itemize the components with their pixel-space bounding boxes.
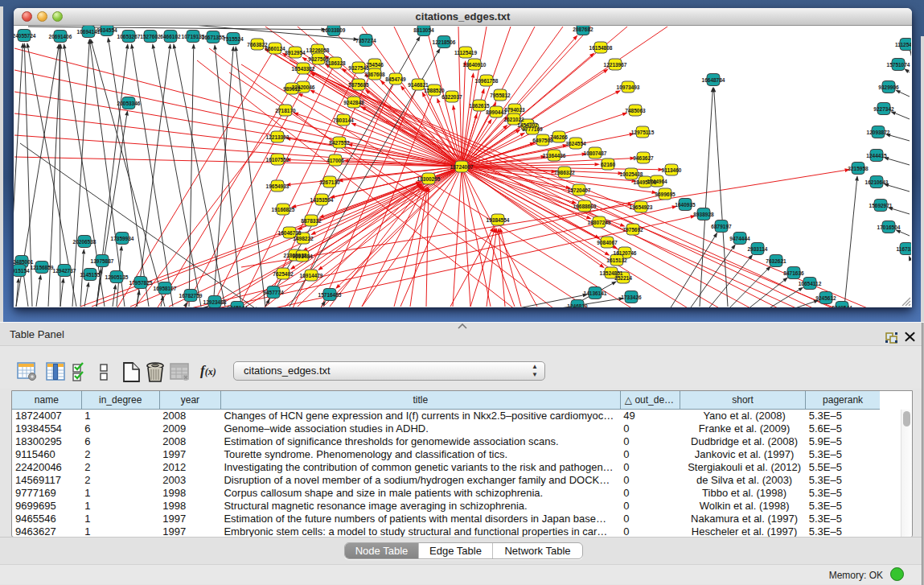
svg-text:7515524: 7515524 bbox=[223, 36, 244, 42]
svg-text:12942737: 12942737 bbox=[53, 268, 76, 274]
svg-text:16543382: 16543382 bbox=[292, 66, 315, 72]
svg-text:16671355: 16671355 bbox=[202, 35, 225, 40]
svg-text:14353594: 14353594 bbox=[310, 197, 334, 203]
svg-text:8471636: 8471636 bbox=[783, 270, 804, 276]
svg-text:754546: 754546 bbox=[366, 62, 384, 68]
svg-text:3267130: 3267130 bbox=[319, 179, 340, 185]
svg-text:1167332: 1167332 bbox=[897, 246, 911, 252]
svg-text:7975692: 7975692 bbox=[622, 227, 643, 233]
svg-text:2718170: 2718170 bbox=[275, 108, 296, 113]
svg-text:10973493: 10973493 bbox=[617, 84, 640, 90]
svg-text:8990443: 8990443 bbox=[486, 109, 507, 115]
svg-text:19654923: 19654923 bbox=[630, 204, 653, 210]
svg-text:9245612: 9245612 bbox=[815, 295, 836, 301]
svg-text:16958107: 16958107 bbox=[154, 286, 177, 291]
svg-text:6794023: 6794023 bbox=[504, 107, 525, 113]
svg-text:12213303: 12213303 bbox=[266, 134, 290, 140]
svg-text:9463627: 9463627 bbox=[633, 155, 654, 161]
svg-text:7485063: 7485063 bbox=[625, 108, 646, 113]
svg-text:18300295: 18300295 bbox=[417, 176, 441, 182]
svg-text:16648784: 16648784 bbox=[702, 77, 725, 83]
svg-text:20691406: 20691406 bbox=[49, 34, 72, 39]
svg-text:1640935: 1640935 bbox=[675, 202, 696, 208]
svg-text:7803144: 7803144 bbox=[333, 117, 354, 123]
svg-text:12923488: 12923488 bbox=[203, 299, 227, 305]
svg-text:8660124: 8660124 bbox=[265, 46, 285, 51]
svg-text:16107552: 16107552 bbox=[266, 157, 290, 163]
svg-text:10688609: 10688609 bbox=[573, 204, 597, 209]
svg-text:14136141: 14136141 bbox=[584, 290, 607, 296]
svg-text:15751074: 15751074 bbox=[887, 62, 910, 68]
svg-text:10961758: 10961758 bbox=[475, 78, 499, 84]
svg-text:12213967: 12213967 bbox=[604, 62, 627, 68]
svg-text:9242848: 9242848 bbox=[343, 100, 364, 105]
svg-text:989012: 989012 bbox=[283, 86, 301, 92]
svg-text:7986322: 7986322 bbox=[554, 170, 575, 175]
svg-text:17359934: 17359934 bbox=[111, 236, 134, 241]
svg-text:9146821: 9146821 bbox=[408, 82, 429, 88]
svg-text:10025438: 10025438 bbox=[620, 171, 643, 177]
svg-text:9457774: 9457774 bbox=[263, 290, 284, 295]
svg-text:1621022: 1621022 bbox=[503, 117, 524, 122]
svg-text:12905135: 12905135 bbox=[105, 274, 129, 280]
svg-text:24055724: 24055724 bbox=[14, 33, 36, 39]
svg-text:746266: 746266 bbox=[550, 134, 568, 140]
svg-text:9084067: 9084067 bbox=[597, 240, 618, 245]
svg-text:9113460: 9113460 bbox=[662, 167, 682, 173]
svg-text:16120746: 16120746 bbox=[614, 250, 637, 256]
svg-text:1244415: 1244415 bbox=[866, 153, 887, 159]
svg-text:12975115: 12975115 bbox=[631, 130, 655, 135]
svg-text:17016504: 17016504 bbox=[877, 225, 901, 230]
svg-text:1744964: 1744964 bbox=[647, 179, 667, 184]
svg-text:13640910: 13640910 bbox=[463, 62, 487, 68]
svg-text:15716485: 15716485 bbox=[318, 292, 342, 298]
svg-text:1527602: 1527602 bbox=[140, 34, 161, 39]
svg-text:9227342: 9227342 bbox=[873, 106, 894, 112]
svg-text:19384554: 19384554 bbox=[487, 217, 510, 223]
svg-text:2087682: 2087682 bbox=[573, 27, 593, 32]
svg-text:2933114: 2933114 bbox=[748, 246, 768, 252]
svg-text:16046738: 16046738 bbox=[278, 230, 302, 236]
svg-text:6322037: 6322037 bbox=[441, 94, 462, 100]
svg-text:9240544: 9240544 bbox=[832, 305, 852, 308]
svg-text:6879197: 6879197 bbox=[711, 224, 732, 229]
svg-text:2367608: 2367608 bbox=[364, 72, 385, 77]
svg-text:1362615: 1362615 bbox=[469, 103, 490, 109]
svg-text:12218506: 12218506 bbox=[433, 39, 456, 45]
svg-text:9634554: 9634554 bbox=[97, 27, 117, 33]
svg-text:8454749: 8454749 bbox=[385, 76, 406, 82]
svg-text:18807249: 18807249 bbox=[588, 220, 611, 225]
svg-text:10654112: 10654112 bbox=[799, 281, 822, 286]
svg-text:18724007: 18724007 bbox=[450, 164, 474, 170]
svg-text:8938928: 8938928 bbox=[693, 212, 714, 217]
svg-text:8813054: 8813054 bbox=[413, 27, 434, 33]
svg-text:13226058: 13226058 bbox=[306, 47, 330, 53]
svg-text:20053346: 20053346 bbox=[117, 101, 141, 106]
svg-text:417006: 417006 bbox=[326, 158, 344, 163]
svg-text:3624554: 3624554 bbox=[565, 141, 586, 146]
svg-text:15720407: 15720407 bbox=[568, 187, 591, 193]
svg-text:13975887: 13975887 bbox=[91, 258, 114, 264]
svg-text:6466102: 6466102 bbox=[160, 34, 181, 39]
svg-text:9329906: 9329906 bbox=[878, 84, 899, 90]
svg-text:16033809: 16033809 bbox=[322, 27, 346, 33]
svg-text:16154808: 16154808 bbox=[589, 45, 613, 51]
svg-text:8878332: 8878332 bbox=[301, 218, 322, 224]
svg-text:10807487: 10807487 bbox=[584, 150, 607, 156]
svg-text:3215958: 3215958 bbox=[848, 166, 869, 171]
svg-text:19654933: 19654933 bbox=[266, 183, 290, 189]
svg-text:7955812: 7955812 bbox=[490, 93, 511, 98]
svg-text:1246810: 1246810 bbox=[567, 303, 588, 308]
svg-text:16782759: 16782759 bbox=[179, 293, 203, 299]
svg-text:8427552: 8427552 bbox=[329, 140, 350, 146]
svg-text:11125419: 11125419 bbox=[454, 50, 478, 56]
svg-text:1145155: 1145155 bbox=[80, 272, 101, 278]
svg-text:8186328: 8186328 bbox=[325, 60, 346, 66]
svg-text:1733426: 1733426 bbox=[621, 295, 642, 300]
svg-text:252214: 252214 bbox=[614, 275, 632, 281]
svg-text:19166825: 19166825 bbox=[272, 207, 295, 212]
svg-text:16914479: 16914479 bbox=[300, 273, 323, 278]
svg-text:9245044: 9245044 bbox=[227, 305, 248, 308]
svg-text:3915154: 3915154 bbox=[14, 268, 30, 274]
svg-text:1498222: 1498222 bbox=[293, 236, 314, 241]
